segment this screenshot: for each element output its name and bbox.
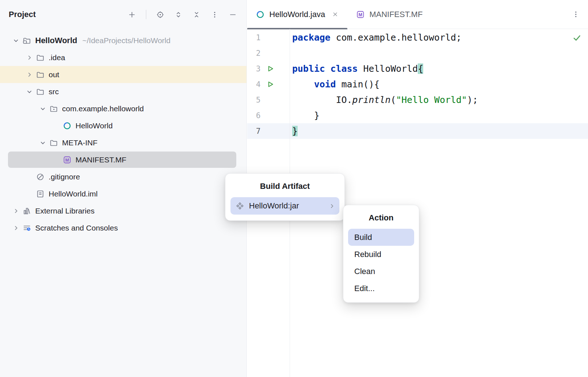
gutter xyxy=(261,80,290,89)
tree-row-com-example-helloworld[interactable]: com.example.helloworld xyxy=(0,100,246,117)
chevron-right-icon[interactable] xyxy=(23,70,36,79)
manifest-icon: M xyxy=(356,10,365,19)
tree-item-label: out xyxy=(49,70,59,79)
expander-spacer xyxy=(23,173,36,181)
tree-row-gitignore[interactable]: .gitignore xyxy=(0,168,246,185)
tree-row-external-libraries[interactable]: External Libraries xyxy=(0,202,246,219)
editor-more-icon[interactable] xyxy=(572,10,580,18)
close-icon[interactable] xyxy=(332,11,339,18)
select-opened-file-button[interactable] xyxy=(156,11,164,19)
tree-row-manifest-mf[interactable]: MMANIFEST.MF xyxy=(0,151,246,168)
tree-row-scratches-and-consoles[interactable]: Scratches and Consoles xyxy=(0,219,246,236)
action-items: BuildRebuildCleanEdit... xyxy=(343,229,419,297)
collapse-all-button[interactable] xyxy=(192,11,201,19)
run-icon[interactable] xyxy=(266,80,275,89)
chevron-right-icon[interactable] xyxy=(23,53,36,62)
artifact-item-label: HelloWorld:jar xyxy=(249,201,299,211)
code-lines: 1package com.example.helloworld;23public… xyxy=(247,30,588,139)
project-panel: Project HelloWorld~/IdeaProjects/HelloWo… xyxy=(0,0,247,377)
add-button[interactable] xyxy=(128,11,136,19)
code-text: void main(){ xyxy=(290,79,380,90)
popup-title: Build Artifact xyxy=(225,174,344,197)
expander-spacer xyxy=(50,121,63,130)
tab-label: MANIFEST.MF xyxy=(369,10,423,19)
ide-window: Project HelloWorld~/IdeaProjects/HelloWo… xyxy=(0,0,588,377)
expander-spacer xyxy=(23,190,36,198)
code-line-2[interactable]: 2 xyxy=(247,45,588,61)
tree-item-label: External Libraries xyxy=(35,207,94,215)
tab-manifest-mf[interactable]: MMANIFEST.MF xyxy=(347,0,432,29)
more-options-button[interactable] xyxy=(211,11,219,19)
tab-label: HelloWorld.java xyxy=(269,10,325,19)
libraries-icon xyxy=(23,207,31,215)
tree-item-label: HelloWorld xyxy=(35,36,77,45)
panel-title: Project xyxy=(9,10,36,19)
code-line-7[interactable]: 7} xyxy=(247,123,588,139)
action-item-build[interactable]: Build xyxy=(348,229,414,246)
action-item-label: Clean xyxy=(354,267,375,276)
action-item-clean[interactable]: Clean xyxy=(348,263,414,280)
build-artifact-items: HelloWorld:jar xyxy=(225,197,344,215)
chevron-down-icon[interactable] xyxy=(36,138,49,147)
package-icon xyxy=(49,104,58,113)
module-icon xyxy=(23,36,31,45)
tree-item-label: .idea xyxy=(49,53,65,62)
class-icon xyxy=(63,121,72,130)
chevron-down-icon[interactable] xyxy=(36,104,49,113)
chevron-right-icon[interactable] xyxy=(9,207,23,215)
project-tree: HelloWorld~/IdeaProjects/HelloWorld.idea… xyxy=(0,29,246,236)
chevron-down-icon[interactable] xyxy=(23,87,36,96)
action-item-rebuild[interactable]: Rebuild xyxy=(348,246,414,263)
chevron-down-icon[interactable] xyxy=(9,36,23,45)
tree-item-label: HelloWorld.iml xyxy=(49,190,98,198)
tree-row-src[interactable]: src xyxy=(0,83,246,100)
tree-item-label: MANIFEST.MF xyxy=(75,156,126,164)
svg-text:M: M xyxy=(65,157,69,162)
code-line-1[interactable]: 1package com.example.helloworld; xyxy=(247,30,588,45)
inspections-check-icon[interactable] xyxy=(572,33,581,42)
action-item-label: Rebuild xyxy=(354,250,381,259)
tree-row-out[interactable]: out xyxy=(0,66,246,83)
code-text: package com.example.helloworld; xyxy=(290,32,462,43)
class-icon xyxy=(256,10,265,19)
action-item-edit[interactable]: Edit... xyxy=(348,280,414,297)
artifact-icon xyxy=(236,202,244,210)
code-line-3[interactable]: 3public class HelloWorld{ xyxy=(247,61,588,76)
file-icon xyxy=(36,190,45,198)
toolbar-divider xyxy=(146,10,146,19)
scratches-icon xyxy=(23,224,31,232)
code-line-4[interactable]: 4 void main(){ xyxy=(247,76,588,92)
code-line-6[interactable]: 6 } xyxy=(247,108,588,123)
line-number: 5 xyxy=(247,96,261,104)
line-number: 4 xyxy=(247,80,261,89)
run-icon[interactable] xyxy=(266,64,275,73)
line-number: 3 xyxy=(247,65,261,73)
tree-item-label: Scratches and Consoles xyxy=(35,224,118,232)
tree-row-idea[interactable]: .idea xyxy=(0,49,246,66)
tree-row-meta-inf[interactable]: META-INF xyxy=(0,134,246,151)
tree-item-label: com.example.helloworld xyxy=(62,104,144,113)
editor-tab-bar: HelloWorld.javaMMANIFEST.MF xyxy=(247,0,588,29)
action-item-label: Build xyxy=(354,233,372,242)
project-view-selector[interactable]: Project xyxy=(9,10,39,19)
tree-row-helloworld[interactable]: HelloWorld xyxy=(0,117,246,134)
tree-item-label: META-INF xyxy=(62,138,98,147)
tree-row-helloworld[interactable]: HelloWorld~/IdeaProjects/HelloWorld xyxy=(0,32,246,49)
expand-all-button[interactable] xyxy=(174,11,183,19)
hide-panel-button[interactable] xyxy=(229,11,237,19)
folder-icon xyxy=(36,53,45,62)
manifest-icon: M xyxy=(63,156,72,164)
artifact-item-helloworld-jar[interactable]: HelloWorld:jar xyxy=(230,197,339,215)
tree-row-helloworld-iml[interactable]: HelloWorld.iml xyxy=(0,185,246,202)
chevron-right-icon[interactable] xyxy=(9,224,23,232)
line-number: 1 xyxy=(247,33,261,42)
code-text: } xyxy=(290,110,319,121)
build-artifact-popup: Build Artifact HelloWorld:jar xyxy=(225,173,345,221)
svg-text:M: M xyxy=(358,12,362,17)
tree-item-label: .gitignore xyxy=(49,173,80,181)
tab-helloworld-java[interactable]: HelloWorld.java xyxy=(247,0,347,29)
tree-item-label: HelloWorld xyxy=(75,121,113,130)
folder-icon xyxy=(49,138,58,147)
tree-item-label: src xyxy=(49,87,59,96)
code-line-5[interactable]: 5 IO.println("Hello World"); xyxy=(247,92,588,108)
